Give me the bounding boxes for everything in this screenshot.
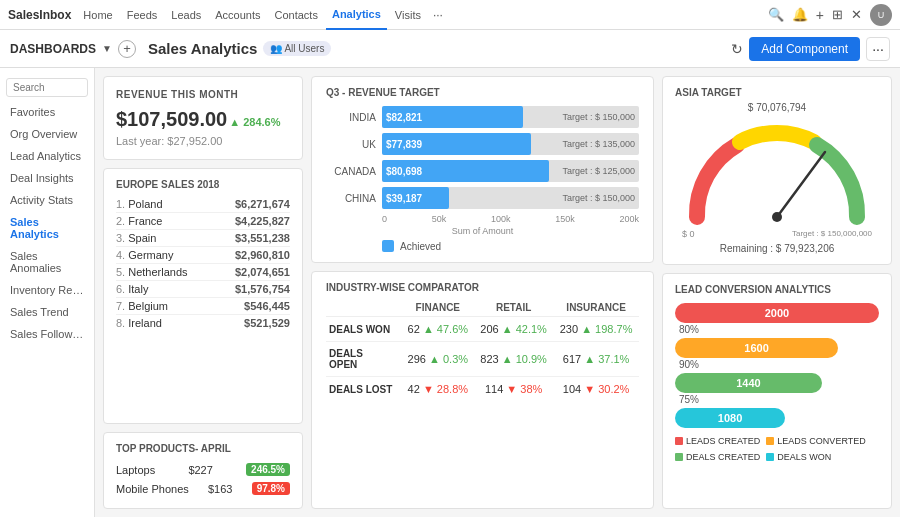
sidebar-item-deal-insights[interactable]: Deal Insights xyxy=(0,167,94,189)
col-header-retail: RETAIL xyxy=(474,299,553,317)
nav-item-home[interactable]: Home xyxy=(77,0,118,30)
product-item: Mobile Phones $163 97.8% xyxy=(116,479,290,498)
legend-item-leads-converted: LEADS CONVERTED xyxy=(766,436,865,446)
nav-item-visits[interactable]: Visits xyxy=(389,0,427,30)
all-users-badge[interactable]: 👥 All Users xyxy=(263,41,331,56)
insurance-deals-lost: 104 ▼ 30.2% xyxy=(553,377,639,402)
sidebar-item-sales-anomalies[interactable]: Sales Anomalies xyxy=(0,245,94,279)
users-icon: 👥 xyxy=(270,43,282,54)
list-item: 4. Germany$2,960,810 xyxy=(116,247,290,264)
col-header-finance: FINANCE xyxy=(402,299,474,317)
list-item: 6. Italy$1,576,754 xyxy=(116,281,290,298)
more-nav-icon[interactable]: ··· xyxy=(429,8,447,22)
list-item: 2. France$4,225,827 xyxy=(116,213,290,230)
nav-item-contacts[interactable]: Contacts xyxy=(269,0,324,30)
lead-bar-row-3: 1440 75% xyxy=(675,373,879,405)
gauge-container: $ 0 Target : $ 150,000,000 Remaining : $… xyxy=(675,117,879,254)
bar-row-uk: UK $77,839 Target : $ 135,000 xyxy=(326,133,639,155)
product-badge-phones: 97.8% xyxy=(252,482,290,495)
lead-conversion-panel: LEAD CONVERSION ANALYTICS 2000 80% 1600 … xyxy=(662,273,892,509)
sidebar-item-inventory-reports[interactable]: Inventory Reports xyxy=(0,279,94,301)
asia-title: ASIA TARGET xyxy=(675,87,879,98)
sidebar: Favorites Org Overview Lead Analytics De… xyxy=(0,68,95,517)
sidebar-item-sales-followup[interactable]: Sales Follow-up T xyxy=(0,323,94,345)
page-title: Sales Analytics xyxy=(148,40,258,57)
nav-logo[interactable]: SalesInbox xyxy=(8,8,71,22)
nav-item-feeds[interactable]: Feeds xyxy=(121,0,164,30)
nav-item-accounts[interactable]: Accounts xyxy=(209,0,266,30)
gauge-labels: $ 0 Target : $ 150,000,000 xyxy=(682,229,872,239)
bar-row-india: INDIA $82,821 Target : $ 150,000 xyxy=(326,106,639,128)
finance-deals-won: 62 ▲ 47.6% xyxy=(402,317,474,342)
legend-label-leads-converted: LEADS CONVERTED xyxy=(777,436,865,446)
sidebar-item-activity-stats[interactable]: Activity Stats xyxy=(0,189,94,211)
dashboards-btn[interactable]: DASHBOARDS xyxy=(10,42,96,56)
chart-legend: Achieved xyxy=(326,240,639,252)
legend-label-deals-created: DEALS CREATED xyxy=(686,452,760,462)
revenue-title: REVENUE THIS MONTH xyxy=(116,89,290,100)
lead-bar-pct-2: 90% xyxy=(679,359,879,370)
add-component-button[interactable]: Add Component xyxy=(749,37,860,61)
legend-item-deals-created: DEALS CREATED xyxy=(675,452,760,462)
industry-title: INDUSTRY-WISE COMPARATOR xyxy=(326,282,639,293)
asia-top-value: $ 70,076,794 xyxy=(675,102,879,113)
row-label-deals-won: DEALS WON xyxy=(326,317,402,342)
revenue-change: ▲ 284.6% xyxy=(229,116,280,128)
nav2-right: ↻ Add Component ··· xyxy=(731,37,890,61)
sidebar-item-sales-analytics[interactable]: Sales Analytics xyxy=(0,211,94,245)
sidebar-item-org-overview[interactable]: Org Overview xyxy=(0,123,94,145)
lead-bar-pct-1: 80% xyxy=(679,324,879,335)
main-layout: Favorites Org Overview Lead Analytics De… xyxy=(0,68,900,517)
gauge-svg xyxy=(677,117,877,227)
second-nav: DASHBOARDS ▼ + Sales Analytics 👥 All Use… xyxy=(0,30,900,68)
q3-title: Q3 - REVENUE TARGET xyxy=(326,87,639,98)
add-dashboard-btn[interactable]: + xyxy=(118,40,136,58)
revenue-last-year: Last year: $27,952.00 xyxy=(116,135,290,147)
lead-bar-row-1: 2000 80% xyxy=(675,303,879,335)
sidebar-item-lead-analytics[interactable]: Lead Analytics xyxy=(0,145,94,167)
nav-item-analytics[interactable]: Analytics xyxy=(326,0,387,30)
refresh-icon[interactable]: ↻ xyxy=(731,41,743,57)
table-row: DEALS LOST 42 ▼ 28.8% 114 ▼ 38% 104 ▼ 30… xyxy=(326,377,639,402)
sidebar-item-favorites[interactable]: Favorites xyxy=(0,101,94,123)
chevron-down-icon[interactable]: ▼ xyxy=(102,43,112,54)
lead-bar-track-2: 1600 xyxy=(675,338,838,358)
lead-title: LEAD CONVERSION ANALYTICS xyxy=(675,284,879,295)
bar-container: $77,839 Target : $ 135,000 xyxy=(382,133,639,155)
bar-label: UK xyxy=(326,139,376,150)
asia-panel: ASIA TARGET $ 70,076,794 xyxy=(662,76,892,265)
all-users-label: All Users xyxy=(284,43,324,54)
row-label-deals-lost: DEALS LOST xyxy=(326,377,402,402)
insurance-deals-open: 617 ▲ 37.1% xyxy=(553,342,639,377)
middle-column: Q3 - REVENUE TARGET INDIA $82,821 Target… xyxy=(311,76,654,509)
lead-bar-value-1: 2000 xyxy=(765,307,789,319)
close-icon[interactable]: ✕ xyxy=(851,7,862,22)
product-value: $227 xyxy=(188,464,212,476)
sidebar-item-sales-trend[interactable]: Sales Trend xyxy=(0,301,94,323)
legend-label-leads-created: LEADS CREATED xyxy=(686,436,760,446)
search-input[interactable] xyxy=(6,78,88,97)
revenue-panel: REVENUE THIS MONTH $107,509.00 ▲ 284.6% … xyxy=(103,76,303,160)
more-options-btn[interactable]: ··· xyxy=(866,37,890,61)
list-item: 8. Ireland$521,529 xyxy=(116,315,290,331)
bar-row-china: CHINA $39,187 Target : $ 150,000 xyxy=(326,187,639,209)
nav-item-leads[interactable]: Leads xyxy=(165,0,207,30)
lead-bar-track-4: 1080 xyxy=(675,408,785,428)
products-title: TOP PRODUCTS- APRIL xyxy=(116,443,290,454)
avatar[interactable]: U xyxy=(870,4,892,26)
finance-deals-open: 296 ▲ 0.3% xyxy=(402,342,474,377)
top-nav: SalesInbox Home Feeds Leads Accounts Con… xyxy=(0,0,900,30)
grid-icon[interactable]: ⊞ xyxy=(832,7,843,22)
search-icon[interactable]: 🔍 xyxy=(768,7,784,22)
bar-container: $39,187 Target : $ 150,000 xyxy=(382,187,639,209)
industry-table: FINANCE RETAIL INSURANCE DEALS WON 62 ▲ … xyxy=(326,299,639,401)
retail-deals-lost: 114 ▼ 38% xyxy=(474,377,553,402)
legend-label-deals-won: DEALS WON xyxy=(777,452,831,462)
add-icon[interactable]: + xyxy=(816,7,824,23)
nav-right-icons: 🔍 🔔 + ⊞ ✕ U xyxy=(768,4,892,26)
bell-icon[interactable]: 🔔 xyxy=(792,7,808,22)
svg-line-0 xyxy=(777,152,825,217)
col-header-blank xyxy=(326,299,402,317)
product-name: Laptops xyxy=(116,464,155,476)
europe-list: 1. Poland$6,271,674 2. France$4,225,827 … xyxy=(116,196,290,331)
